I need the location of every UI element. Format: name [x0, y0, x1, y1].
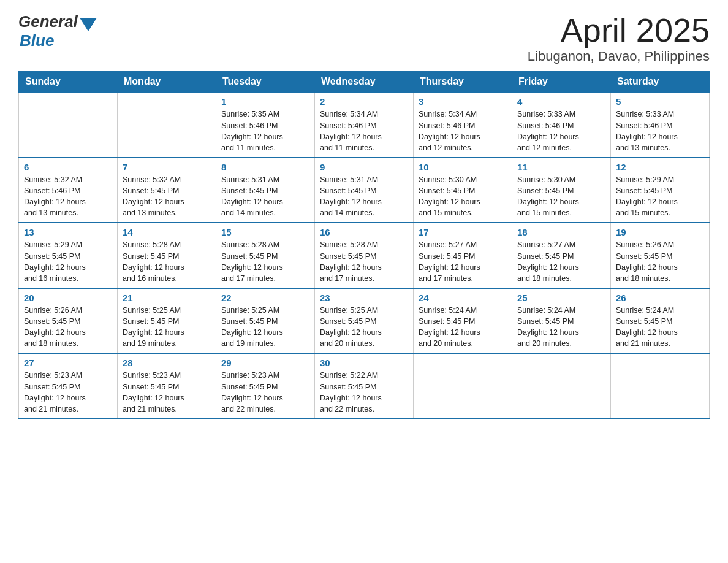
day-info: Sunrise: 5:31 AMSunset: 5:45 PMDaylight:…: [221, 174, 309, 219]
day-info: Sunrise: 5:25 AMSunset: 5:45 PMDaylight:…: [320, 305, 408, 350]
page-header: General Blue April 2025 Libuganon, Davao…: [18, 12, 710, 64]
weekday-header-wednesday: Wednesday: [315, 71, 414, 93]
calendar-cell: [512, 353, 611, 419]
day-info: Sunrise: 5:30 AMSunset: 5:45 PMDaylight:…: [419, 174, 507, 219]
day-number: 1: [221, 96, 309, 107]
day-number: 25: [517, 293, 605, 303]
day-info: Sunrise: 5:33 AMSunset: 5:46 PMDaylight:…: [517, 109, 605, 153]
day-info: Sunrise: 5:24 AMSunset: 5:45 PMDaylight:…: [616, 305, 704, 350]
logo-blue-text: Blue: [20, 31, 54, 50]
day-number: 27: [24, 358, 112, 368]
day-info: Sunrise: 5:29 AMSunset: 5:45 PMDaylight:…: [616, 174, 704, 219]
calendar-cell: 23Sunrise: 5:25 AMSunset: 5:45 PMDayligh…: [315, 288, 414, 354]
calendar-cell: 17Sunrise: 5:27 AMSunset: 5:45 PMDayligh…: [414, 223, 512, 288]
day-info: Sunrise: 5:34 AMSunset: 5:46 PMDaylight:…: [419, 109, 507, 153]
day-number: 3: [419, 96, 507, 107]
day-info: Sunrise: 5:23 AMSunset: 5:45 PMDaylight:…: [123, 370, 211, 415]
logo-general-text: General: [18, 12, 78, 31]
day-number: 11: [517, 162, 605, 172]
day-number: 14: [123, 227, 211, 237]
day-info: Sunrise: 5:23 AMSunset: 5:45 PMDaylight:…: [221, 370, 309, 415]
calendar-cell: [611, 353, 710, 419]
day-number: 24: [419, 293, 507, 303]
calendar-cell: 16Sunrise: 5:28 AMSunset: 5:45 PMDayligh…: [315, 223, 414, 288]
weekday-header-friday: Friday: [512, 71, 611, 93]
calendar-cell: 6Sunrise: 5:32 AMSunset: 5:46 PMDaylight…: [19, 158, 118, 223]
calendar-cell: 25Sunrise: 5:24 AMSunset: 5:45 PMDayligh…: [512, 288, 611, 354]
logo-triangle-icon: [80, 18, 97, 31]
weekday-header-monday: Monday: [118, 71, 216, 93]
day-number: 19: [616, 227, 704, 237]
day-number: 22: [221, 293, 309, 303]
day-number: 2: [320, 96, 408, 107]
day-number: 29: [221, 358, 309, 368]
calendar-cell: 3Sunrise: 5:34 AMSunset: 5:46 PMDaylight…: [414, 93, 512, 158]
calendar-cell: 1Sunrise: 5:35 AMSunset: 5:46 PMDaylight…: [216, 93, 315, 158]
calendar-week-row: 1Sunrise: 5:35 AMSunset: 5:46 PMDaylight…: [19, 93, 710, 158]
day-number: 13: [24, 227, 112, 237]
calendar-cell: 12Sunrise: 5:29 AMSunset: 5:45 PMDayligh…: [611, 158, 710, 223]
weekday-header-saturday: Saturday: [611, 71, 710, 93]
calendar-subtitle: Libuganon, Davao, Philippines: [528, 48, 710, 64]
day-info: Sunrise: 5:34 AMSunset: 5:46 PMDaylight:…: [320, 109, 408, 153]
calendar-cell: 14Sunrise: 5:28 AMSunset: 5:45 PMDayligh…: [118, 223, 216, 288]
day-number: 30: [320, 358, 408, 368]
calendar-cell: 26Sunrise: 5:24 AMSunset: 5:45 PMDayligh…: [611, 288, 710, 354]
calendar-cell: 29Sunrise: 5:23 AMSunset: 5:45 PMDayligh…: [216, 353, 315, 419]
day-info: Sunrise: 5:24 AMSunset: 5:45 PMDaylight:…: [517, 305, 605, 350]
day-info: Sunrise: 5:25 AMSunset: 5:45 PMDaylight:…: [123, 305, 211, 350]
day-info: Sunrise: 5:31 AMSunset: 5:45 PMDaylight:…: [320, 174, 408, 219]
calendar-cell: [19, 93, 118, 158]
calendar-week-row: 6Sunrise: 5:32 AMSunset: 5:46 PMDaylight…: [19, 158, 710, 223]
day-number: 10: [419, 162, 507, 172]
weekday-header-thursday: Thursday: [414, 71, 512, 93]
day-info: Sunrise: 5:26 AMSunset: 5:45 PMDaylight:…: [616, 239, 704, 284]
day-info: Sunrise: 5:22 AMSunset: 5:45 PMDaylight:…: [320, 370, 408, 415]
day-number: 12: [616, 162, 704, 172]
calendar-cell: 7Sunrise: 5:32 AMSunset: 5:45 PMDaylight…: [118, 158, 216, 223]
calendar-cell: 28Sunrise: 5:23 AMSunset: 5:45 PMDayligh…: [118, 353, 216, 419]
day-number: 20: [24, 293, 112, 303]
calendar-cell: [414, 353, 512, 419]
title-area: April 2025 Libuganon, Davao, Philippines: [528, 12, 710, 64]
day-number: 8: [221, 162, 309, 172]
day-number: 7: [123, 162, 211, 172]
calendar-cell: 30Sunrise: 5:22 AMSunset: 5:45 PMDayligh…: [315, 353, 414, 419]
calendar-table: SundayMondayTuesdayWednesdayThursdayFrid…: [18, 71, 710, 419]
day-info: Sunrise: 5:23 AMSunset: 5:45 PMDaylight:…: [24, 370, 112, 415]
weekday-header-sunday: Sunday: [19, 71, 118, 93]
day-number: 28: [123, 358, 211, 368]
weekday-header-tuesday: Tuesday: [216, 71, 315, 93]
day-number: 5: [616, 96, 704, 107]
day-info: Sunrise: 5:32 AMSunset: 5:46 PMDaylight:…: [24, 174, 112, 219]
weekday-row: SundayMondayTuesdayWednesdayThursdayFrid…: [19, 71, 710, 93]
calendar-cell: 2Sunrise: 5:34 AMSunset: 5:46 PMDaylight…: [315, 93, 414, 158]
day-number: 21: [123, 293, 211, 303]
day-info: Sunrise: 5:29 AMSunset: 5:45 PMDaylight:…: [24, 239, 112, 284]
calendar-cell: 20Sunrise: 5:26 AMSunset: 5:45 PMDayligh…: [19, 288, 118, 354]
day-info: Sunrise: 5:24 AMSunset: 5:45 PMDaylight:…: [419, 305, 507, 350]
calendar-header: SundayMondayTuesdayWednesdayThursdayFrid…: [19, 71, 710, 93]
day-info: Sunrise: 5:33 AMSunset: 5:46 PMDaylight:…: [616, 109, 704, 153]
day-number: 15: [221, 227, 309, 237]
calendar-cell: 15Sunrise: 5:28 AMSunset: 5:45 PMDayligh…: [216, 223, 315, 288]
calendar-cell: 24Sunrise: 5:24 AMSunset: 5:45 PMDayligh…: [414, 288, 512, 354]
calendar-cell: 9Sunrise: 5:31 AMSunset: 5:45 PMDaylight…: [315, 158, 414, 223]
day-info: Sunrise: 5:32 AMSunset: 5:45 PMDaylight:…: [123, 174, 211, 219]
calendar-cell: [118, 93, 216, 158]
calendar-week-row: 13Sunrise: 5:29 AMSunset: 5:45 PMDayligh…: [19, 223, 710, 288]
day-info: Sunrise: 5:26 AMSunset: 5:45 PMDaylight:…: [24, 305, 112, 350]
day-number: 17: [419, 227, 507, 237]
calendar-cell: 22Sunrise: 5:25 AMSunset: 5:45 PMDayligh…: [216, 288, 315, 354]
calendar-week-row: 20Sunrise: 5:26 AMSunset: 5:45 PMDayligh…: [19, 288, 710, 354]
day-info: Sunrise: 5:27 AMSunset: 5:45 PMDaylight:…: [517, 239, 605, 284]
calendar-cell: 8Sunrise: 5:31 AMSunset: 5:45 PMDaylight…: [216, 158, 315, 223]
day-number: 4: [517, 96, 605, 107]
day-info: Sunrise: 5:28 AMSunset: 5:45 PMDaylight:…: [320, 239, 408, 284]
day-number: 26: [616, 293, 704, 303]
calendar-cell: 19Sunrise: 5:26 AMSunset: 5:45 PMDayligh…: [611, 223, 710, 288]
day-number: 6: [24, 162, 112, 172]
day-info: Sunrise: 5:25 AMSunset: 5:45 PMDaylight:…: [221, 305, 309, 350]
day-info: Sunrise: 5:28 AMSunset: 5:45 PMDaylight:…: [221, 239, 309, 284]
calendar-cell: 10Sunrise: 5:30 AMSunset: 5:45 PMDayligh…: [414, 158, 512, 223]
